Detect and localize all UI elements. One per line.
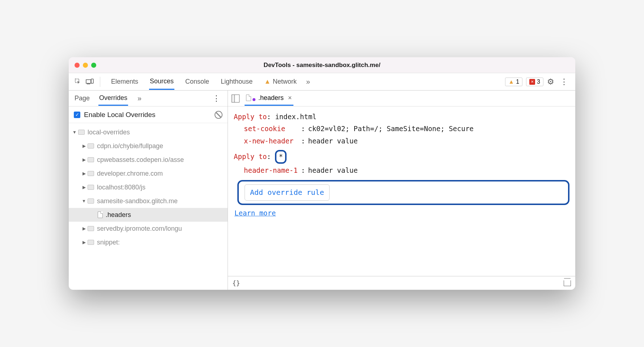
tree-file-headers[interactable]: .headers — [69, 208, 228, 222]
devtools-window: DevTools - samesite-sandbox.glitch.me/ E… — [69, 57, 575, 290]
toggle-sidebar-icon[interactable] — [232, 95, 240, 103]
tab-lighthouse[interactable]: Lighthouse — [220, 74, 253, 90]
modified-dot-icon — [253, 98, 255, 101]
minimize-dot[interactable] — [83, 63, 88, 68]
sidebar-menu-icon[interactable]: ⋮ — [210, 94, 223, 103]
inspect-icon[interactable] — [74, 78, 82, 86]
settings-icon[interactable]: ⚙ — [547, 77, 554, 87]
warnings-badge[interactable]: ▲1 — [505, 78, 522, 86]
svg-rect-3 — [91, 79, 93, 83]
titlebar: DevTools - samesite-sandbox.glitch.me/ — [69, 57, 575, 73]
warning-icon: ▲ — [508, 79, 514, 85]
tab-network[interactable]: ▲Network — [263, 74, 297, 90]
subtab-page[interactable]: Page — [74, 92, 90, 105]
tree-folder[interactable]: ▶cpwebassets.codepen.io/asse — [69, 153, 228, 167]
window-title: DevTools - samesite-sandbox.glitch.me/ — [69, 62, 575, 69]
clear-icon[interactable] — [215, 111, 223, 119]
highlight-wildcard: * — [275, 150, 286, 163]
header-name: header-name-1 — [244, 165, 298, 176]
device-icon[interactable] — [85, 78, 94, 86]
close-dot[interactable] — [75, 63, 80, 68]
add-override-rule-button[interactable]: Add override rule — [237, 180, 569, 205]
zoom-dot[interactable] — [91, 63, 96, 68]
header-name: x-new-header — [244, 136, 298, 146]
file-icon — [98, 212, 103, 218]
close-tab-icon[interactable]: × — [288, 94, 292, 102]
tree-folder-root[interactable]: ▼local-overrides — [69, 125, 228, 139]
file-icon — [246, 95, 251, 101]
tree-folder[interactable]: ▶cdpn.io/chybie/fullpage — [69, 139, 228, 153]
file-tree: ▼local-overrides ▶cdpn.io/chybie/fullpag… — [69, 123, 228, 290]
tree-folder[interactable]: ▶developer.chrome.com — [69, 167, 228, 180]
enable-overrides-checkbox[interactable]: ✓ — [74, 112, 80, 118]
header-value: header value — [308, 136, 569, 146]
error-icon: ✕ — [529, 79, 535, 85]
sidebar: Page Overrides » ⋮ ✓ Enable Local Overri… — [69, 91, 228, 290]
menu-icon[interactable]: ⋮ — [558, 77, 570, 87]
tab-elements[interactable]: Elements — [110, 74, 139, 90]
header-name: set-cookie — [244, 124, 298, 134]
tree-folder[interactable]: ▶snippet: — [69, 235, 228, 249]
editor-footer: {} — [228, 276, 575, 290]
warning-icon: ▲ — [264, 78, 271, 85]
file-tab-headers[interactable]: .headers × — [245, 91, 293, 106]
more-subtabs-icon[interactable]: » — [136, 94, 143, 103]
main-panel: .headers × Apply to: index.html set-cook… — [228, 91, 575, 290]
subtab-overrides[interactable]: Overrides — [98, 91, 128, 106]
drawer-icon[interactable] — [564, 280, 571, 286]
tree-folder[interactable]: ▶localhost:8080/js — [69, 180, 228, 194]
header-value: header value — [308, 165, 569, 176]
tree-folder[interactable]: ▶servedby.ipromote.com/longu — [69, 222, 228, 235]
braces-icon[interactable]: {} — [232, 279, 240, 287]
tab-sources[interactable]: Sources — [149, 74, 174, 90]
main-toolbar: Elements Sources Console Lighthouse ▲Net… — [69, 73, 575, 91]
svg-rect-2 — [87, 84, 90, 84]
enable-overrides-label: Enable Local Overrides — [84, 111, 156, 119]
editor-content[interactable]: Apply to: index.html set-cookie:ck02=vl0… — [228, 106, 575, 276]
header-value: ck02=vl02; Path=/; SameSite=None; Secure — [308, 124, 569, 134]
more-tabs-icon[interactable]: » — [305, 78, 312, 86]
learn-more-link[interactable]: Learn more — [234, 209, 276, 217]
svg-rect-1 — [86, 80, 91, 83]
tab-console[interactable]: Console — [185, 74, 210, 90]
errors-badge[interactable]: ✕3 — [526, 78, 543, 86]
tree-folder[interactable]: ▼samesite-sandbox.glitch.me — [69, 194, 228, 208]
